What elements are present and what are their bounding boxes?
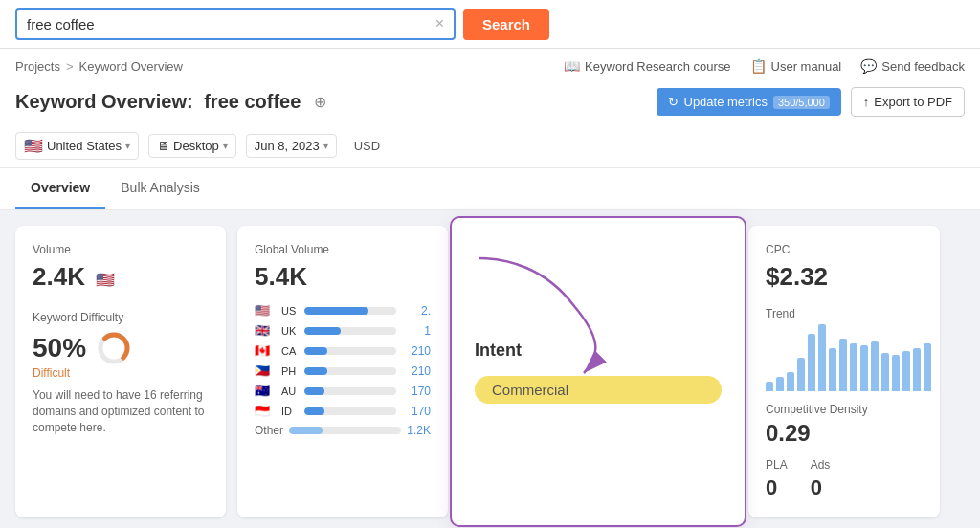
trend-chart xyxy=(766,324,923,391)
bar-flag-ca: 🇨🇦 xyxy=(255,343,276,358)
top-nav: Projects > Keyword Overview 📖 Keyword Re… xyxy=(0,49,980,79)
keyword-research-link[interactable]: 📖 Keyword Research course xyxy=(564,58,730,74)
cpc-value: $2.32 xyxy=(766,262,923,292)
bar-fill-us xyxy=(304,307,368,315)
bar-flag-ph: 🇵🇭 xyxy=(255,363,276,378)
bar-code-ph: PH xyxy=(281,365,299,377)
search-bar: free coffee × Search xyxy=(0,0,980,49)
other-value: 1.2K xyxy=(407,424,431,437)
bar-val-au: 170 xyxy=(402,385,431,398)
refresh-icon: ↻ xyxy=(668,95,679,109)
feedback-icon: 💬 xyxy=(860,58,877,74)
tab-overview[interactable]: Overview xyxy=(15,168,105,209)
global-volume-value: 5.4K xyxy=(255,262,431,292)
device-label: Desktop xyxy=(173,139,219,153)
us-flag-icon: 🇺🇸 xyxy=(24,137,43,155)
pla-value: 0 xyxy=(766,475,788,500)
bar-track-us xyxy=(304,307,396,315)
currency-label: USD xyxy=(346,135,388,157)
breadcrumb-current: Keyword Overview xyxy=(79,59,183,74)
update-metrics-button[interactable]: ↻ Update metrics 350/5,000 xyxy=(657,88,841,116)
difficulty-value: 50% xyxy=(33,330,209,366)
trend-bar-10 xyxy=(871,341,879,391)
breadcrumb: Projects > Keyword Overview xyxy=(15,59,183,74)
trend-section: Trend xyxy=(766,307,923,391)
page-header: Keyword Overview: free coffee ⊕ ↻ Update… xyxy=(0,79,980,124)
trend-bar-13 xyxy=(902,351,910,391)
trend-bar-0 xyxy=(766,382,773,391)
trend-bar-9 xyxy=(860,345,868,391)
bar-val-us: 2. xyxy=(402,304,431,318)
volume-value: 2.4K 🇺🇸 xyxy=(33,262,209,292)
device-chevron-icon: ▾ xyxy=(223,141,228,151)
bar-code-au: AU xyxy=(281,385,299,397)
search-input-wrapper: free coffee × xyxy=(15,8,456,40)
other-label: Other xyxy=(255,424,283,437)
bar-row-us: 🇺🇸 US 2. xyxy=(255,303,431,318)
trend-bar-3 xyxy=(797,358,805,391)
bar-fill-ph xyxy=(304,367,327,375)
difficulty-label: Keyword Difficulty xyxy=(33,311,209,324)
trend-bar-4 xyxy=(808,334,815,391)
update-metrics-label: Update metrics xyxy=(684,95,768,109)
export-label: Export to PDF xyxy=(874,95,952,109)
intent-card: Intent Commercial xyxy=(459,226,737,517)
country-filter[interactable]: 🇺🇸 United States ▾ xyxy=(15,132,139,160)
tabs-row: Overview Bulk Analysis xyxy=(0,168,980,210)
bar-track-ca xyxy=(304,347,396,355)
search-input[interactable]: free coffee xyxy=(27,16,430,33)
bar-flag-id: 🇮🇩 xyxy=(255,404,276,418)
trend-bar-8 xyxy=(850,343,858,391)
trend-bar-11 xyxy=(881,353,889,391)
tab-bulk-analysis[interactable]: Bulk Analysis xyxy=(105,168,214,209)
volume-flag: 🇺🇸 xyxy=(96,272,115,288)
bar-flag-au: 🇦🇺 xyxy=(255,384,276,398)
export-icon: ↑ xyxy=(863,95,870,109)
difficulty-tag: Difficult xyxy=(33,366,209,380)
bar-flag-us: 🇺🇸 xyxy=(255,303,276,318)
competitive-density-label: Competitive Density xyxy=(766,403,923,416)
bar-row-au: 🇦🇺 AU 170 xyxy=(255,384,431,398)
trend-bar-15 xyxy=(924,343,931,391)
device-icon: 🖥 xyxy=(157,139,169,153)
ads-value: 0 xyxy=(811,475,831,500)
keyword-text: free coffee xyxy=(204,91,301,112)
bar-val-uk: 1 xyxy=(402,324,431,338)
clear-icon[interactable]: × xyxy=(435,15,444,33)
bar-val-ph: 210 xyxy=(402,364,431,378)
global-volume-label: Global Volume xyxy=(255,243,431,256)
breadcrumb-projects[interactable]: Projects xyxy=(15,59,60,74)
bar-code-ca: CA xyxy=(281,345,299,357)
bar-track-uk xyxy=(304,327,396,335)
trend-bar-7 xyxy=(839,339,847,391)
bar-flag-uk: 🇬🇧 xyxy=(255,323,276,338)
bar-row-ph: 🇵🇭 PH 210 xyxy=(255,363,431,378)
country-chevron-icon: ▾ xyxy=(125,141,130,151)
bar-fill-ca xyxy=(304,347,327,355)
send-feedback-link[interactable]: 💬 Send feedback xyxy=(860,58,965,74)
bar-track-id xyxy=(304,407,396,415)
trend-bar-14 xyxy=(913,348,921,391)
intent-card-inner: Intent Commercial xyxy=(450,216,746,527)
trend-bar-1 xyxy=(776,377,784,391)
date-filter[interactable]: Jun 8, 2023 ▾ xyxy=(246,134,337,158)
competitive-density-value: 0.29 xyxy=(766,420,923,447)
bar-val-ca: 210 xyxy=(402,344,431,358)
page-title: Keyword Overview: free coffee xyxy=(15,91,301,113)
cpc-card: CPC $2.32 Trend Competitive Density 0.29… xyxy=(748,226,940,517)
global-bars: 🇺🇸 US 2. 🇬🇧 UK 1 🇨🇦 CA 210 🇵🇭 PH xyxy=(255,303,431,418)
bar-row-uk: 🇬🇧 UK 1 xyxy=(255,323,431,338)
header-actions: ↻ Update metrics 350/5,000 ↑ Export to P… xyxy=(657,87,966,117)
bar-code-us: US xyxy=(281,305,299,317)
device-filter[interactable]: 🖥 Desktop ▾ xyxy=(148,134,236,158)
intent-badge: Commercial xyxy=(475,376,722,404)
country-label: United States xyxy=(47,139,122,153)
bar-track-ph xyxy=(304,367,396,375)
cards-area: Volume 2.4K 🇺🇸 Keyword Difficulty 50% Di… xyxy=(0,210,980,528)
volume-card: Volume 2.4K 🇺🇸 Keyword Difficulty 50% Di… xyxy=(15,226,226,517)
volume-label: Volume xyxy=(33,243,209,256)
add-keyword-icon[interactable]: ⊕ xyxy=(314,93,326,111)
search-button[interactable]: Search xyxy=(463,9,549,40)
user-manual-link[interactable]: 📋 User manual xyxy=(750,58,842,74)
export-pdf-button[interactable]: ↑ Export to PDF xyxy=(851,87,965,117)
